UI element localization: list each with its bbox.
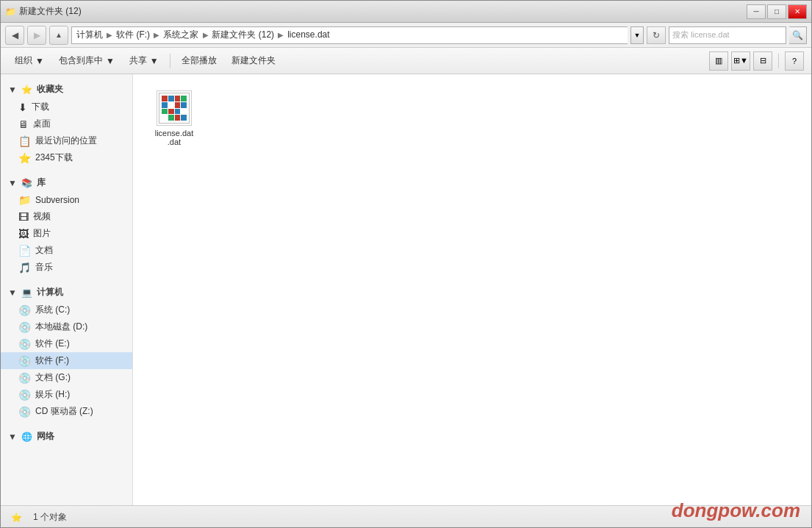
sidebar-item-enth[interactable]: 💿 娱乐 (H:): [1, 386, 132, 403]
icon-cell: [181, 109, 187, 115]
breadcrumb-part[interactable]: 软件 (F:): [116, 29, 150, 40]
icon-cell: [162, 109, 168, 115]
sidebar-item-docsg[interactable]: 💿 文档 (G:): [1, 369, 132, 386]
toolbar-separator-2: [778, 54, 779, 68]
sidebar: ▼ ⭐ 收藏夹 ⬇ 下载 🖥 桌面 📋 最近访问的位置 ⭐ 2345下载 ▼ 📚…: [1, 74, 133, 505]
docsg-icon: 💿: [18, 372, 31, 384]
status-icon: ⭐: [8, 510, 24, 526]
network-icon: 🌐: [21, 432, 32, 442]
music-icon: 🎵: [18, 262, 31, 274]
softwaree-icon: 💿: [18, 338, 31, 350]
sidebar-item-label: 图片: [33, 227, 51, 240]
include-lib-button[interactable]: 包含到库中 ▼: [52, 51, 121, 71]
details-pane-button[interactable]: ⊟: [753, 51, 772, 71]
address-dropdown-button[interactable]: ▼: [630, 26, 644, 44]
search-button[interactable]: 🔍: [789, 26, 807, 44]
file-item-license-dat[interactable]: license.dat.dat: [145, 86, 204, 151]
library-icon: 📚: [21, 178, 32, 188]
sidebar-item-2345[interactable]: ⭐ 2345下载: [1, 149, 132, 166]
minimize-button[interactable]: ─: [747, 4, 766, 19]
video-icon: 🎞: [18, 211, 29, 223]
maximize-button[interactable]: □: [767, 4, 786, 19]
organize-button[interactable]: 组织 ▼: [8, 51, 51, 71]
sidebar-item-images[interactable]: 🖼 图片: [1, 225, 132, 242]
sidebar-item-desktop[interactable]: 🖥 桌面: [1, 115, 132, 132]
sidebar-item-label: 本地磁盘 (D:): [35, 321, 87, 333]
sidebar-item-locald[interactable]: 💿 本地磁盘 (D:): [1, 318, 132, 335]
address-path[interactable]: 计算机 ▶ 软件 (F:) ▶ 系统之家 ▶ 新建文件夹 (12) ▶ lice…: [71, 26, 628, 44]
help-button[interactable]: ?: [785, 51, 804, 71]
icon-cell: [168, 96, 174, 101]
title-bar-left: 📁 新建文件夹 (12): [5, 5, 82, 18]
desktop-icon: 🖥: [18, 118, 29, 130]
icon-cell: [162, 96, 168, 101]
sidebar-item-label: 娱乐 (H:): [35, 388, 70, 401]
icon-cell: [175, 115, 181, 121]
computer-icon: 💻: [21, 288, 32, 298]
computer-arrow: ▼: [8, 288, 17, 298]
file-icon-inner: [159, 93, 190, 124]
toolbar-separator: [170, 54, 170, 68]
sidebar-item-cdz[interactable]: 💿 CD 驱动器 (Z:): [1, 403, 132, 420]
icon-cell: [162, 115, 168, 121]
breadcrumb-arrow: ▶: [278, 31, 286, 39]
icon-cell: [175, 109, 181, 115]
sidebar-item-systemc[interactable]: 💿 系统 (C:): [1, 302, 132, 318]
forward-button[interactable]: ▶: [27, 26, 46, 45]
enth-icon: 💿: [18, 389, 31, 401]
status-count: 1 个对象: [33, 511, 67, 524]
icon-cell: [181, 102, 187, 108]
sidebar-item-softwaref[interactable]: 💿 软件 (F:): [1, 352, 132, 369]
sidebar-item-label: 系统 (C:): [35, 304, 70, 316]
icon-cell: [168, 115, 174, 121]
computer-label: 计算机: [37, 286, 63, 299]
close-button[interactable]: ✕: [788, 4, 807, 19]
view-options-button[interactable]: ⊞▼: [731, 51, 750, 71]
sidebar-item-subversion[interactable]: 📁 Subversion: [1, 192, 132, 208]
share-button[interactable]: 共享 ▼: [123, 51, 165, 71]
preview-pane-button[interactable]: ▥: [709, 51, 728, 71]
icon-cell: [168, 102, 174, 108]
sidebar-item-label: 文档: [35, 244, 53, 257]
organize-arrow: ▼: [35, 56, 44, 66]
2345-icon: ⭐: [18, 152, 31, 164]
sidebar-item-label: CD 驱动器 (Z:): [35, 405, 93, 418]
favorites-arrow: ▼: [8, 85, 17, 95]
window-title: 新建文件夹 (12): [19, 5, 82, 18]
computer-header[interactable]: ▼ 💻 计算机: [1, 283, 132, 302]
breadcrumb-part[interactable]: license.dat: [287, 29, 329, 40]
subversion-icon: 📁: [18, 194, 31, 206]
breadcrumb-arrow: ▶: [107, 31, 115, 39]
main-area: ▼ ⭐ 收藏夹 ⬇ 下载 🖥 桌面 📋 最近访问的位置 ⭐ 2345下载 ▼ 📚…: [1, 74, 811, 505]
icon-cell: [168, 109, 174, 115]
share-label: 共享: [129, 54, 147, 67]
refresh-button[interactable]: ↻: [647, 26, 666, 44]
toolbar: 组织 ▼ 包含到库中 ▼ 共享 ▼ 全部播放 新建文件夹 ▥ ⊞▼ ⊟ ?: [1, 48, 811, 74]
icon-cell: [181, 115, 187, 121]
icon-cell: [162, 102, 168, 108]
breadcrumb-part[interactable]: 计算机: [76, 29, 103, 40]
network-header[interactable]: ▼ 🌐 网络: [1, 427, 132, 446]
search-box[interactable]: 搜索 license.dat: [669, 26, 786, 44]
sidebar-item-softwaree[interactable]: 💿 软件 (E:): [1, 335, 132, 352]
sidebar-item-recent[interactable]: 📋 最近访问的位置: [1, 132, 132, 149]
sidebar-item-music[interactable]: 🎵 音乐: [1, 259, 132, 276]
back-button[interactable]: ◀: [5, 26, 24, 45]
up-button[interactable]: ▲: [49, 26, 68, 45]
sidebar-item-label: Subversion: [35, 195, 79, 205]
breadcrumb-part[interactable]: 系统之家: [163, 29, 198, 40]
play-all-button[interactable]: 全部播放: [175, 51, 223, 71]
breadcrumb-arrow: ▶: [203, 31, 211, 39]
favorites-header[interactable]: ▼ ⭐ 收藏夹: [1, 80, 132, 99]
include-lib-arrow: ▼: [106, 56, 115, 66]
sidebar-item-docs[interactable]: 📄 文档: [1, 242, 132, 259]
sidebar-item-video[interactable]: 🎞 视频: [1, 208, 132, 225]
network-label: 网络: [37, 430, 54, 443]
title-bar: 📁 新建文件夹 (12) ─ □ ✕: [1, 1, 811, 23]
breadcrumb-part[interactable]: 新建文件夹 (12): [212, 29, 274, 40]
sidebar-item-download[interactable]: ⬇ 下载: [1, 99, 132, 115]
status-bar: ⭐ 1 个对象: [1, 505, 811, 528]
file-icon: [157, 90, 192, 126]
library-header[interactable]: ▼ 📚 库: [1, 174, 132, 192]
new-folder-button[interactable]: 新建文件夹: [225, 51, 282, 71]
